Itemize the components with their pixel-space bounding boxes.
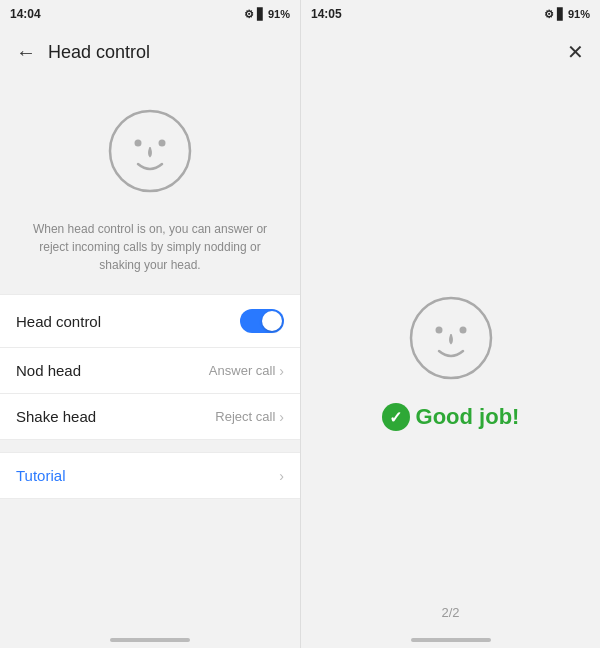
head-control-description: When head control is on, you can answer … [0, 206, 300, 294]
home-indicator-right [411, 638, 491, 642]
settings-section: Head control Nod head Answer call › Shak… [0, 294, 300, 440]
shake-head-chevron: › [279, 409, 284, 425]
svg-point-5 [459, 327, 466, 334]
time-left: 14:04 [10, 7, 41, 21]
top-bar-right: ✕ [301, 28, 600, 76]
nod-head-row[interactable]: Nod head Answer call › [0, 348, 300, 394]
face-icon [105, 106, 195, 196]
face-icon-right [406, 293, 496, 383]
head-control-label: Head control [16, 313, 240, 330]
screen-right: 14:05 ⚙ ▋ 91% ✕ ✓ Good job! 2/2 [300, 0, 600, 648]
good-job-container: ✓ Good job! [301, 76, 600, 648]
toggle-knob [262, 311, 282, 331]
svg-point-2 [159, 140, 166, 147]
head-control-toggle[interactable] [240, 309, 284, 333]
shake-head-row[interactable]: Shake head Reject call › [0, 394, 300, 440]
battery-left: 91% [268, 8, 290, 20]
page-indicator: 2/2 [441, 605, 459, 620]
check-icon: ✓ [382, 403, 410, 431]
time-right: 14:05 [311, 7, 342, 21]
close-button[interactable]: ✕ [563, 36, 588, 68]
status-icons-right: ⚙ ▋ 91% [544, 8, 590, 21]
nod-head-value: Answer call [209, 363, 275, 378]
shake-head-value: Reject call [215, 409, 275, 424]
good-job-label: Good job! [416, 404, 520, 430]
screen-left: 14:04 ⚙ ▋ 91% ← Head control When head c… [0, 0, 300, 648]
nod-head-chevron: › [279, 363, 284, 379]
wifi-icon-right: ⚙ [544, 8, 554, 21]
status-icons-left: ⚙ ▋ 91% [244, 8, 290, 21]
signal-icon: ▋ [257, 8, 265, 21]
svg-point-4 [435, 327, 442, 334]
home-indicator-left [110, 638, 190, 642]
status-bar-right: 14:05 ⚙ ▋ 91% [301, 0, 600, 28]
face-illustration-container [0, 76, 300, 206]
shake-head-label: Shake head [16, 408, 215, 425]
good-job-message: ✓ Good job! [382, 403, 520, 431]
battery-right: 91% [568, 8, 590, 20]
status-bar-left: 14:04 ⚙ ▋ 91% [0, 0, 300, 28]
signal-icon-right: ▋ [557, 8, 565, 21]
tutorial-chevron: › [279, 468, 284, 484]
head-control-row[interactable]: Head control [0, 294, 300, 348]
svg-point-1 [135, 140, 142, 147]
back-button[interactable]: ← [12, 37, 40, 68]
top-bar-left: ← Head control [0, 28, 300, 76]
page-title: Head control [48, 42, 150, 63]
wifi-icon: ⚙ [244, 8, 254, 21]
tutorial-label: Tutorial [16, 467, 279, 484]
tutorial-row[interactable]: Tutorial › [0, 452, 300, 499]
nod-head-label: Nod head [16, 362, 209, 379]
